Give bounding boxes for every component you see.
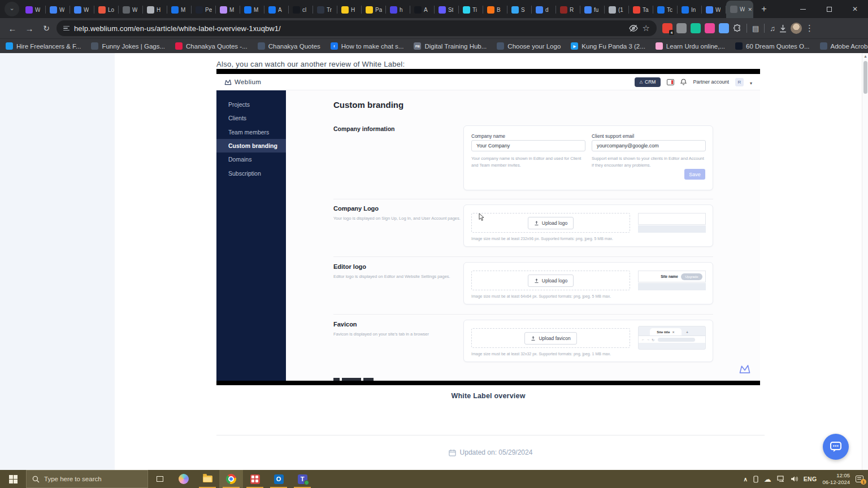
bookmark-item[interactable]: Adobe Acrobat (820, 42, 868, 50)
bookmark-item[interactable]: 60 Dream Quotes O... (735, 42, 810, 50)
close-window-button[interactable] (842, 0, 868, 18)
extension-icon[interactable] (676, 23, 687, 33)
crm-sidebar-item[interactable]: Domains (216, 152, 286, 166)
crm-sidebar-item[interactable]: Team members (216, 125, 286, 139)
browser-menu-icon[interactable] (805, 23, 814, 33)
new-tab-button[interactable] (757, 2, 771, 16)
crm-sidebar-item[interactable]: Subscription (216, 166, 286, 180)
crm-sidebar-item[interactable]: Projects (216, 98, 286, 111)
browser-tab[interactable]: W (21, 1, 46, 18)
start-button[interactable] (0, 470, 26, 488)
partner-account-label[interactable]: Partner account (693, 79, 729, 85)
extension-icon[interactable] (719, 23, 729, 33)
bookmark-star-icon[interactable] (643, 23, 650, 33)
browser-tab[interactable]: M (167, 1, 192, 18)
file-explorer-button[interactable] (196, 470, 219, 488)
crm-sidebar-item[interactable]: Custom branding (216, 139, 286, 152)
chat-widget-button[interactable] (823, 434, 849, 460)
forward-button[interactable] (23, 21, 36, 35)
scrollbar-thumb[interactable] (863, 61, 867, 94)
browser-tab[interactable]: Pe (192, 1, 216, 18)
volume-icon[interactable] (791, 476, 798, 482)
onedrive-icon[interactable] (764, 475, 771, 483)
tab-search-icon[interactable] (5, 2, 19, 16)
profile-avatar[interactable] (791, 23, 802, 34)
extension-icon[interactable] (691, 23, 701, 33)
logo-dropzone[interactable]: Upload logo (471, 271, 630, 290)
browser-tab[interactable]: In (678, 1, 702, 18)
bookmark-item[interactable]: f How to make chat s... (331, 42, 404, 50)
upload-logo-button[interactable]: Upload logo (528, 274, 574, 287)
bookmark-item[interactable]: Learn Urdu online,... (656, 42, 725, 50)
eye-off-icon[interactable] (629, 24, 638, 32)
browser-tab[interactable]: Pa (362, 1, 386, 18)
bell-icon[interactable] (680, 79, 687, 85)
language-indicator[interactable]: ENG (804, 476, 817, 482)
url-text[interactable]: help.weblium.com/en-us/article/white-lab… (74, 24, 281, 33)
browser-tab[interactable]: W (70, 1, 94, 18)
bookmark-item[interactable]: Funny Jokes | Gags... (91, 42, 165, 50)
bookmark-item[interactable]: Chanakya Quotes (258, 42, 320, 50)
chrome-button[interactable] (219, 470, 243, 488)
tab-close-icon[interactable] (748, 7, 752, 12)
browser-tab[interactable]: Lo (94, 1, 119, 18)
clock[interactable]: 12:05 06-12-2024 (822, 472, 850, 486)
notification-center-button[interactable]: 1 (856, 476, 863, 482)
back-button[interactable] (6, 21, 19, 35)
logo-dropzone[interactable]: Upload logo (471, 213, 630, 233)
taskbar-search[interactable]: Type here to search (26, 470, 148, 488)
browser-tab[interactable]: (1 (605, 1, 629, 18)
extension-icon[interactable]: 4 (662, 23, 672, 33)
store-button[interactable] (243, 470, 267, 488)
browser-tab[interactable]: A (264, 1, 289, 18)
browser-tab[interactable]: h (386, 1, 410, 18)
chevron-down-icon[interactable] (750, 77, 752, 87)
embedded-video[interactable]: Weblium CRM Partner account R Projects (216, 69, 760, 385)
bookmark-item[interactable]: Hire Freelancers & F... (6, 42, 81, 50)
browser-tab[interactable]: W (702, 1, 726, 18)
downloads-icon[interactable] (779, 24, 787, 33)
your-phone-icon[interactable] (753, 476, 758, 483)
media-controls-icon[interactable] (770, 24, 775, 33)
browser-tab[interactable]: cl (289, 1, 313, 18)
browser-tab[interactable]: B (483, 1, 507, 18)
browser-tab[interactable]: Ti (459, 1, 483, 18)
maximize-button[interactable] (816, 0, 842, 18)
browser-tab[interactable]: d (532, 1, 556, 18)
upgrade-button[interactable]: Upgrade (681, 273, 702, 280)
teams-button[interactable]: T (290, 470, 314, 488)
browser-tab[interactable]: Tr (313, 1, 337, 18)
browser-tab-active[interactable]: W (726, 1, 753, 18)
bookmark-item[interactable]: Choose your Logo (497, 42, 561, 50)
browser-tab[interactable]: Ta (629, 1, 653, 18)
browser-tab[interactable]: Tc (653, 1, 678, 18)
outlook-button[interactable]: O (267, 470, 290, 488)
browser-tab[interactable]: S (507, 1, 532, 18)
save-button[interactable]: Save (684, 169, 705, 180)
crm-sidebar-item[interactable]: Clients (216, 111, 286, 125)
browser-tab[interactable]: M (216, 1, 240, 18)
copilot-button[interactable] (172, 470, 196, 488)
browser-tab[interactable]: A (410, 1, 435, 18)
browser-tab[interactable]: W (46, 1, 70, 18)
bookmark-item[interactable]: Chanakya Quotes -... (175, 42, 248, 50)
network-icon[interactable] (777, 476, 785, 482)
upload-logo-button[interactable]: Upload logo (528, 217, 574, 229)
whats-new-icon[interactable] (667, 79, 674, 85)
crm-avatar[interactable]: R (735, 78, 744, 86)
browser-tab[interactable]: H (337, 1, 362, 18)
company-name-input[interactable]: Your Company (471, 140, 585, 151)
side-panel-icon[interactable] (752, 24, 759, 33)
upload-favicon-button[interactable]: Upload favicon (524, 332, 576, 345)
browser-tab[interactable]: H (143, 1, 167, 18)
favicon-dropzone[interactable]: Upload favicon (471, 328, 630, 348)
scrollbar-up-arrow[interactable] (863, 54, 868, 58)
minimize-button[interactable] (790, 0, 816, 18)
extensions-puzzle-icon[interactable] (733, 24, 741, 33)
support-email-input[interactable]: yourcompany@google.com (592, 140, 706, 151)
extension-icon[interactable] (705, 23, 715, 33)
browser-tab[interactable]: R (556, 1, 580, 18)
browser-tab[interactable]: St (435, 1, 459, 18)
task-view-button[interactable] (148, 470, 172, 488)
tray-overflow-icon[interactable] (743, 476, 747, 482)
